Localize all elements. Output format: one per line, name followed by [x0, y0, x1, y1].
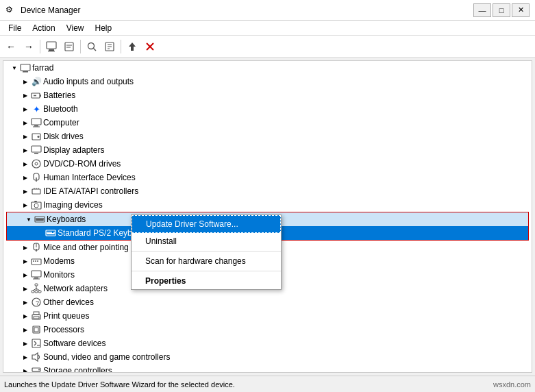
- software-expand[interactable]: ▶: [20, 338, 31, 349]
- tree-computer[interactable]: ▶ Computer: [3, 116, 532, 130]
- toolbar-uninstall[interactable]: [142, 38, 158, 55]
- toolbar: ← →: [0, 36, 535, 58]
- tree-disk[interactable]: ▶ Disk drives: [3, 130, 532, 143]
- tree-ide[interactable]: ▶ IDE ATA/ATAPI controllers: [3, 184, 532, 198]
- batteries-label: Batteries: [43, 90, 75, 100]
- dvd-icon: [31, 158, 42, 169]
- title-bar-title: Device Manager: [21, 5, 80, 15]
- menu-action[interactable]: Action: [27, 22, 60, 34]
- svg-rect-37: [34, 201, 37, 202]
- toolbar-forward[interactable]: →: [21, 38, 37, 55]
- ide-icon: [31, 186, 42, 197]
- imaging-label: Imaging devices: [43, 200, 103, 210]
- app-icon: ⚙: [5, 5, 16, 16]
- disk-expand[interactable]: ▶: [20, 131, 31, 142]
- ide-label: IDE ATA/ATAPI controllers: [43, 186, 138, 196]
- tree-root[interactable]: ▼ farrad: [3, 61, 532, 75]
- tree-audio[interactable]: ▶ 🔊 Audio inputs and outputs: [3, 75, 532, 88]
- disk-icon: [31, 131, 42, 142]
- sound-label: Sound, video and game controllers: [43, 352, 170, 362]
- svg-rect-62: [33, 279, 40, 280]
- toolbar-back[interactable]: ←: [3, 38, 19, 55]
- tree-hid[interactable]: ▶ Human Interface Devices: [3, 171, 532, 184]
- svg-rect-84: [32, 372, 40, 373]
- sound-icon: [31, 352, 42, 363]
- network-icon: [31, 283, 42, 294]
- bluetooth-label: Bluetooth: [43, 104, 78, 114]
- modems-expand[interactable]: ▶: [20, 256, 31, 267]
- imaging-expand[interactable]: ▶: [20, 199, 31, 210]
- svg-rect-64: [32, 291, 34, 293]
- keyboards-expand[interactable]: ▼: [23, 214, 34, 225]
- tree-display[interactable]: ▶ Display adapters: [3, 143, 532, 157]
- tree-processors[interactable]: ▶ Processors: [3, 323, 532, 336]
- svg-point-28: [35, 162, 38, 165]
- other-expand[interactable]: ▶: [20, 297, 31, 308]
- svg-marker-82: [32, 353, 38, 361]
- network-expand[interactable]: ▶: [20, 283, 31, 294]
- tree-software[interactable]: ▶ Software devices: [3, 336, 532, 350]
- menu-view[interactable]: View: [61, 22, 90, 34]
- maximize-button[interactable]: □: [493, 3, 510, 17]
- storage-expand[interactable]: ▶: [20, 365, 31, 373]
- toolbar-properties[interactable]: [101, 38, 118, 55]
- tree-bluetooth[interactable]: ▶ ✦ Bluetooth: [3, 102, 532, 116]
- toolbar-sep-3: [121, 40, 121, 53]
- status-right: wsxdn.com: [493, 380, 531, 389]
- menu-help[interactable]: Help: [90, 22, 118, 34]
- context-scan[interactable]: Scan for hardware changes: [132, 253, 281, 269]
- mice-expand[interactable]: ▶: [20, 242, 31, 253]
- audio-expand[interactable]: ▶: [20, 76, 31, 87]
- context-uninstall[interactable]: Uninstall: [132, 233, 281, 249]
- menu-file[interactable]: File: [3, 22, 27, 34]
- close-button[interactable]: ✕: [512, 3, 530, 17]
- computer-expand[interactable]: ▶: [20, 117, 31, 128]
- tree-print[interactable]: ▶ Print queues: [3, 309, 532, 323]
- tree-storage[interactable]: ▶ Storage controllers: [3, 364, 532, 373]
- svg-point-24: [38, 136, 40, 138]
- context-properties[interactable]: Properties: [132, 273, 281, 289]
- processors-label: Processors: [43, 325, 84, 334]
- toolbar-sep-2: [80, 40, 81, 53]
- svg-rect-0: [47, 42, 56, 49]
- storage-icon: [31, 365, 42, 373]
- toolbar-computer[interactable]: [43, 38, 60, 55]
- print-expand[interactable]: ▶: [20, 310, 31, 321]
- toolbar-device[interactable]: [61, 38, 77, 55]
- tree-other[interactable]: ▶ ? Other devices: [3, 295, 532, 309]
- svg-line-80: [34, 343, 36, 345]
- toolbar-search[interactable]: [84, 38, 100, 55]
- svg-rect-56: [32, 259, 41, 265]
- bluetooth-expand[interactable]: ▶: [20, 103, 31, 114]
- svg-rect-21: [34, 125, 38, 127]
- sound-expand[interactable]: ▶: [20, 352, 31, 363]
- toolbar-update[interactable]: [124, 38, 140, 55]
- svg-rect-31: [32, 189, 40, 194]
- tree-dvd[interactable]: ▶ DVD/CD-ROM drives: [3, 157, 532, 171]
- svg-rect-3: [65, 42, 73, 51]
- tree-sound[interactable]: ▶ Sound, video and game controllers: [3, 350, 532, 364]
- hid-expand[interactable]: ▶: [20, 172, 31, 183]
- device-tree[interactable]: ▼ farrad ▶ 🔊 Audio inputs and outputs ▶ …: [3, 60, 532, 373]
- title-bar-controls: — □ ✕: [473, 3, 530, 17]
- minimize-button[interactable]: —: [473, 3, 491, 17]
- svg-rect-75: [34, 317, 39, 319]
- ide-expand[interactable]: ▶: [20, 186, 31, 197]
- audio-icon: 🔊: [31, 76, 42, 87]
- dvd-expand[interactable]: ▶: [20, 158, 31, 169]
- hid-icon: [31, 172, 42, 183]
- tree-batteries[interactable]: ▶ Batteries: [3, 88, 532, 102]
- root-icon: [20, 62, 31, 73]
- tree-imaging[interactable]: ▶ Imaging devices: [3, 198, 532, 212]
- monitors-expand[interactable]: ▶: [20, 269, 31, 280]
- svg-rect-1: [49, 49, 54, 51]
- other-icon: ?: [31, 297, 42, 308]
- audio-label: Audio inputs and outputs: [43, 77, 134, 86]
- display-expand[interactable]: ▶: [20, 145, 31, 156]
- monitors-icon: [31, 269, 42, 280]
- mice-icon: [31, 242, 42, 253]
- context-update-driver[interactable]: Update Driver Software...: [132, 215, 281, 233]
- batteries-expand[interactable]: ▶: [20, 90, 31, 101]
- root-expand-icon[interactable]: ▼: [9, 62, 20, 73]
- processors-expand[interactable]: ▶: [20, 324, 31, 335]
